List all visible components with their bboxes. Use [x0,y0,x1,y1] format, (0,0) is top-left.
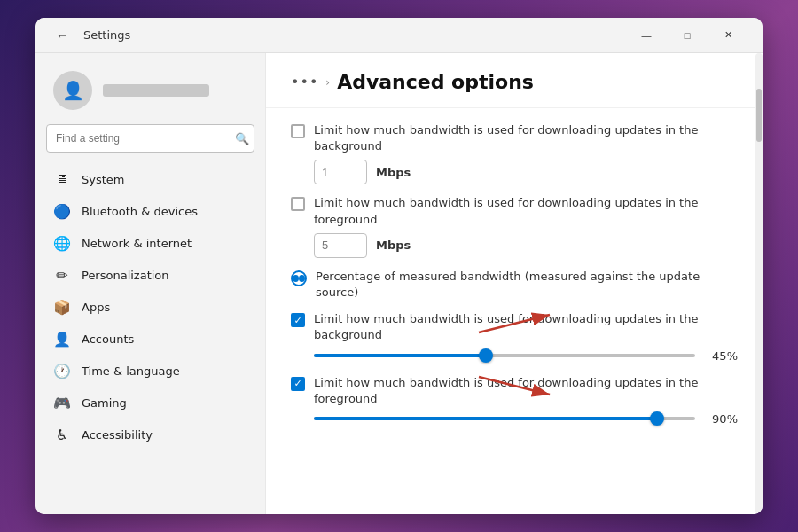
fg-bandwidth-label: Limit how much bandwidth is used for dow… [314,195,738,227]
bg-slider-row: 45% [314,349,738,363]
sidebar-item-accessibility-label: Accessibility [82,428,153,442]
avatar: 👤 [53,71,92,110]
sidebar-item-accounts-label: Accounts [82,332,134,346]
search-input[interactable] [46,124,254,153]
fg-bandwidth-checkbox[interactable] [291,197,305,211]
sidebar-item-bluetooth[interactable]: 🔵 Bluetooth & devices [43,195,258,227]
fg-slider-checkbox[interactable] [291,377,305,391]
bg-slider-checkbox-row: Limit how much bandwidth is used for dow… [291,311,738,343]
fg-slider-row: 90% [314,412,738,426]
sidebar: 👤 🔍 🖥 System 🔵 Bluetooth & devices 🌐 [35,53,266,514]
user-profile: 👤 [43,64,258,124]
accounts-icon: 👤 [53,330,71,348]
titlebar-left: ← Settings [50,23,626,48]
gaming-icon: 🎮 [53,394,71,411]
bg-slider-checkbox[interactable] [291,313,305,327]
percentage-radio[interactable] [291,270,307,286]
apps-icon: 📦 [53,298,71,316]
breadcrumb-dots: ••• [291,74,318,90]
radio-row: Percentage of measured bandwidth (measur… [291,269,738,301]
network-icon: 🌐 [53,234,71,252]
page-header: ••• › Advanced options [266,53,763,108]
sidebar-item-gaming-label: Gaming [82,396,127,410]
bg-bandwidth-option: Limit how much bandwidth is used for dow… [291,122,738,184]
sidebar-item-accessibility[interactable]: ♿ Accessibility [43,419,258,450]
close-button[interactable]: ✕ [708,21,748,50]
fg-slider-pct: 90% [706,412,738,426]
user-name-placeholder [103,84,209,97]
fg-slider-track[interactable] [314,417,695,420]
search-icon[interactable]: 🔍 [235,132,249,145]
sidebar-item-time-label: Time & language [82,364,180,378]
sidebar-item-apps-label: Apps [82,301,110,314]
fg-bandwidth-option: Limit how much bandwidth is used for dow… [291,195,738,257]
bg-slider-pct: 45% [706,349,738,363]
window-controls: — □ ✕ [626,21,748,50]
window-title: Settings [83,28,130,42]
bg-slider-fill [314,354,486,357]
sidebar-item-bluetooth-label: Bluetooth & devices [82,205,198,218]
sidebar-item-time[interactable]: 🕐 Time & language [43,355,258,387]
fg-slider-fill [314,417,657,420]
bg-mbps-input[interactable] [314,160,367,184]
fg-slider-checkbox-row: Limit how much bandwidth is used for dow… [291,375,738,407]
system-icon: 🖥 [53,170,71,188]
bg-bandwidth-checkbox[interactable] [291,124,305,138]
scrollbar-track[interactable] [755,53,763,514]
settings-window: ← Settings — □ ✕ 👤 🔍 🖥 System [35,18,763,514]
sidebar-item-apps[interactable]: 📦 Apps [43,291,258,323]
bg-slider-block: Limit how much bandwidth is used for dow… [291,311,738,362]
sidebar-item-network-label: Network & internet [82,237,192,250]
bg-mbps-row: Mbps [314,160,738,184]
maximize-button[interactable]: □ [667,21,708,50]
sidebar-item-system[interactable]: 🖥 System [43,163,258,195]
fg-mbps-unit: Mbps [376,239,411,252]
main-content: ••• › Advanced options Limit how much ba… [266,53,763,514]
back-button[interactable]: ← [50,23,74,48]
search-box: 🔍 [46,124,254,153]
minimize-button[interactable]: — [626,21,667,50]
sidebar-item-personalization[interactable]: ✏️ Personalization [43,259,258,291]
personalization-icon: ✏️ [53,266,71,284]
bg-slider-label: Limit how much bandwidth is used for dow… [314,311,738,343]
accessibility-icon: ♿ [53,426,71,443]
sidebar-nav: 🖥 System 🔵 Bluetooth & devices 🌐 Network… [43,163,258,450]
bg-slider-track[interactable] [314,354,695,357]
bg-bandwidth-label: Limit how much bandwidth is used for dow… [314,122,738,154]
options-area: Limit how much bandwidth is used for dow… [266,108,763,452]
page-title: Advanced options [337,71,534,93]
scrollbar-thumb[interactable] [756,89,762,142]
time-icon: 🕐 [53,362,71,379]
fg-mbps-input[interactable] [314,233,367,258]
sidebar-item-gaming[interactable]: 🎮 Gaming [43,387,258,419]
fg-mbps-row: Mbps [314,233,738,258]
bg-mbps-unit: Mbps [376,166,411,179]
sidebar-item-accounts[interactable]: 👤 Accounts [43,323,258,355]
titlebar: ← Settings — □ ✕ [35,18,763,53]
radio-label: Percentage of measured bandwidth (measur… [316,269,738,301]
fg-slider-block: Limit how much bandwidth is used for dow… [291,375,738,426]
fg-checkbox-row: Limit how much bandwidth is used for dow… [291,195,738,227]
window-body: 👤 🔍 🖥 System 🔵 Bluetooth & devices 🌐 [35,53,763,514]
sidebar-item-network[interactable]: 🌐 Network & internet [43,227,258,259]
sidebar-item-personalization-label: Personalization [82,269,169,282]
bg-checkbox-row: Limit how much bandwidth is used for dow… [291,122,738,154]
fg-slider-thumb[interactable] [650,411,664,426]
bluetooth-icon: 🔵 [53,202,71,220]
sidebar-item-system-label: System [82,173,124,186]
bg-slider-thumb[interactable] [479,348,493,363]
fg-slider-label: Limit how much bandwidth is used for dow… [314,375,738,407]
breadcrumb-arrow: › [325,76,330,89]
